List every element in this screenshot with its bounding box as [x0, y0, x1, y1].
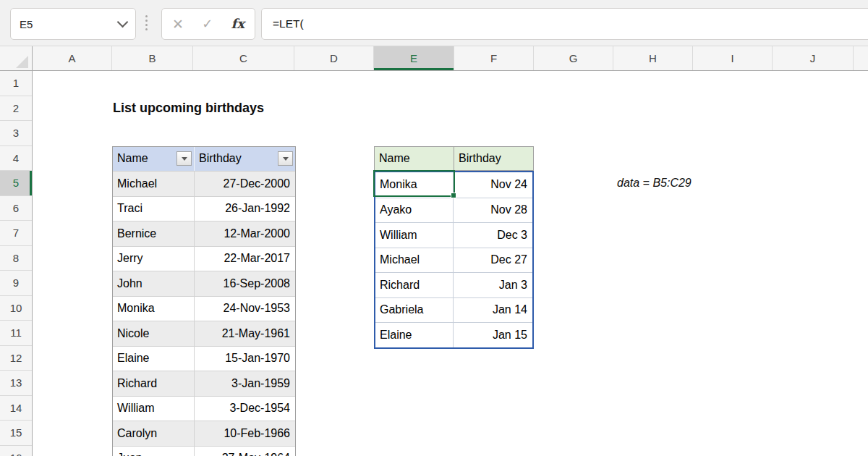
birthday-cell[interactable]: 24-Nov-1953	[194, 297, 295, 321]
row-header-8[interactable]: 8	[0, 246, 32, 271]
name-cell[interactable]: William	[375, 223, 454, 248]
name-cell[interactable]: Monika	[113, 297, 194, 321]
table-row: Bernice12-Mar-2000	[113, 221, 295, 246]
column-header-h[interactable]: H	[613, 46, 693, 70]
table-row: Elaine15-Jan-1970	[113, 346, 295, 371]
row-headers: 1 2 3 4 5 6 7 8 9 10 11 12 13 14 15 16	[0, 71, 33, 456]
name-cell[interactable]: Michael	[113, 172, 194, 196]
name-cell[interactable]: John	[113, 271, 194, 296]
column-header-a[interactable]: A	[33, 46, 112, 70]
birthday-cell[interactable]: 22-Mar-2017	[194, 247, 295, 271]
name-box[interactable]: E5	[10, 8, 136, 40]
column-header-e-selected[interactable]: E	[374, 46, 454, 70]
fill-handle[interactable]	[451, 193, 456, 198]
table-row: GabrielaJan 14	[375, 297, 532, 323]
select-all-button[interactable]	[0, 46, 33, 70]
name-cell[interactable]: Jerry	[113, 247, 194, 271]
formula-input[interactable]: =LET(	[261, 8, 868, 40]
name-cell[interactable]: Carolyn	[113, 421, 194, 446]
table-row: ElaineJan 15	[375, 322, 532, 347]
birthday-cell[interactable]: 16-Sep-2008	[194, 271, 295, 296]
row-header-6[interactable]: 6	[0, 196, 32, 221]
name-cell[interactable]: Gabriela	[375, 298, 454, 323]
table-row: Carolyn10-Feb-1966	[113, 421, 295, 446]
name-cell[interactable]: Michael	[375, 248, 454, 273]
birthday-cell[interactable]: Nov 24	[454, 172, 532, 198]
name-cell[interactable]: Elaine	[375, 323, 454, 347]
formula-bar-chrome: E5 ✕ ✓ fx =LET(	[0, 0, 868, 46]
birthday-cell[interactable]: 3-Dec-1954	[194, 397, 295, 421]
name-cell[interactable]: Richard	[375, 273, 454, 297]
row-header-4[interactable]: 4	[0, 146, 32, 172]
birthday-cell[interactable]: 3-Jan-1959	[194, 371, 295, 396]
source-table-header-row: Name Birthday	[113, 147, 295, 172]
table-row: Nicole21-May-1961	[113, 321, 295, 346]
row-header-15[interactable]: 15	[0, 421, 32, 446]
chevron-down-icon[interactable]	[117, 17, 129, 28]
row-header-13[interactable]: 13	[0, 371, 32, 396]
column-header-f[interactable]: F	[454, 46, 534, 70]
grip-dots-separator	[145, 15, 148, 30]
triangle-down-icon	[283, 157, 289, 161]
birthday-cell[interactable]: 10-Feb-1966	[194, 421, 295, 446]
cancel-icon[interactable]: ✕	[172, 17, 184, 31]
name-cell[interactable]: Bernice	[113, 221, 194, 246]
row-header-14[interactable]: 14	[0, 396, 32, 421]
row-header-2[interactable]: 2	[0, 96, 32, 122]
row-header-5-selected[interactable]: 5	[0, 171, 32, 196]
column-header-d[interactable]: D	[294, 46, 374, 70]
birthday-cell[interactable]: Dec 27	[454, 248, 532, 273]
column-header-i[interactable]: I	[693, 46, 773, 70]
name-box-value: E5	[20, 18, 33, 30]
result-header-birthday[interactable]: Birthday	[454, 147, 533, 171]
source-header-name[interactable]: Name	[113, 147, 194, 172]
confirm-icon[interactable]: ✓	[202, 17, 213, 30]
column-header-j[interactable]: J	[773, 46, 854, 70]
birthday-cell[interactable]: 21-May-1961	[194, 321, 295, 346]
birthday-cell[interactable]: 27-Dec-2000	[194, 172, 295, 196]
name-cell[interactable]: Nicole	[113, 321, 194, 346]
name-cell[interactable]: Juan	[113, 447, 194, 456]
column-header-b[interactable]: B	[112, 46, 193, 70]
birthday-cell[interactable]: Jan 3	[454, 273, 532, 297]
table-row: John16-Sep-2008	[113, 271, 295, 296]
source-header-birthday[interactable]: Birthday	[194, 147, 295, 172]
name-cell[interactable]: Monika	[375, 172, 454, 198]
row-header-16[interactable]: 16	[0, 446, 32, 456]
birthday-cell[interactable]: 12-Mar-2000	[194, 221, 295, 246]
column-header-g[interactable]: G	[534, 46, 613, 70]
name-cell[interactable]: William	[113, 397, 194, 421]
insert-function-icon[interactable]: fx	[231, 17, 244, 30]
column-header-c[interactable]: C	[193, 46, 294, 70]
source-table: Name Birthday Michael27-Dec-2000 Traci26…	[112, 146, 296, 456]
birthday-cell[interactable]: Dec 3	[454, 223, 532, 248]
row-header-12[interactable]: 12	[0, 346, 32, 371]
table-row: RichardJan 3	[375, 272, 532, 297]
name-cell[interactable]: Traci	[113, 197, 194, 221]
row-header-3[interactable]: 3	[0, 121, 32, 146]
row-header-9[interactable]: 9	[0, 271, 32, 296]
birthday-cell[interactable]: Jan 14	[454, 298, 532, 323]
result-table-header-row: Name Birthday	[374, 146, 534, 172]
row-header-10[interactable]: 10	[0, 296, 32, 321]
table-row: Jerry22-Mar-2017	[113, 246, 295, 271]
row-header-7[interactable]: 7	[0, 221, 32, 246]
row-header-1[interactable]: 1	[0, 71, 32, 96]
birthday-cell[interactable]: Jan 15	[454, 323, 532, 347]
name-cell[interactable]: Richard	[113, 371, 194, 396]
filter-dropdown-button[interactable]	[278, 151, 293, 166]
row-header-11[interactable]: 11	[0, 321, 32, 346]
column-headers: A B C D E F G H I J	[0, 46, 868, 71]
page-title: List upcoming birthdays	[113, 96, 264, 122]
name-cell[interactable]: Ayako	[375, 198, 454, 223]
table-row: William3-Dec-1954	[113, 396, 295, 421]
birthday-cell[interactable]: 26-Jan-1992	[194, 197, 295, 221]
table-row: AyakoNov 28	[375, 198, 532, 223]
name-cell[interactable]: Elaine	[113, 347, 194, 371]
range-annotation: data = B5:C29	[617, 171, 692, 196]
result-header-name[interactable]: Name	[375, 147, 454, 171]
filter-dropdown-button[interactable]	[176, 151, 192, 166]
birthday-cell[interactable]: 15-Jan-1970	[194, 347, 295, 371]
birthday-cell[interactable]: Nov 28	[454, 198, 532, 223]
birthday-cell[interactable]: 27-May-1964	[194, 447, 295, 456]
